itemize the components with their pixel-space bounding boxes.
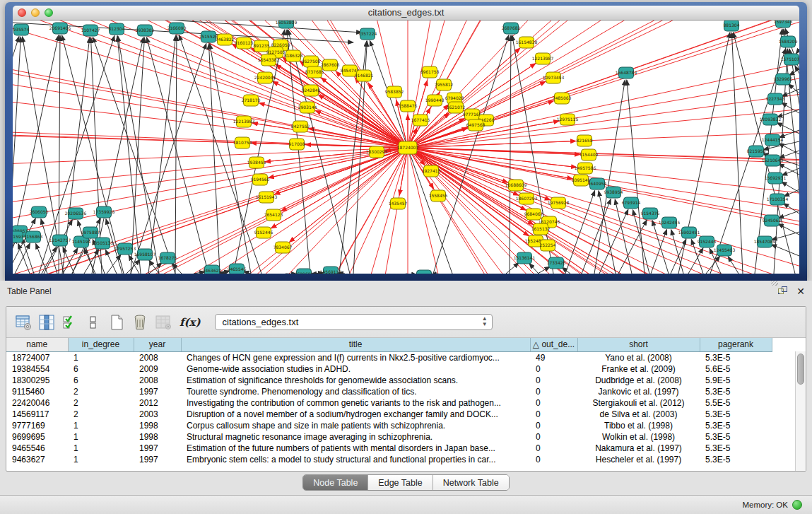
table-cell[interactable]: 5.3E-5 xyxy=(700,420,772,431)
table-cell[interactable]: 14569117 xyxy=(6,409,68,420)
table-cell[interactable]: 5.3E-5 xyxy=(700,431,772,443)
table-cell[interactable]: 9115460 xyxy=(6,386,68,397)
window-titlebar[interactable]: citations_edges.txt xyxy=(13,6,799,21)
table-cell[interactable]: 2009 xyxy=(134,363,181,375)
table-cell[interactable]: 1 xyxy=(68,454,134,465)
column-header-in_degree[interactable]: in_degree xyxy=(68,338,134,351)
row-selection-icon[interactable] xyxy=(60,313,80,332)
table-cell[interactable]: 5.6E-5 xyxy=(700,363,772,375)
table-cell[interactable]: 0 xyxy=(530,443,577,454)
close-window-button[interactable] xyxy=(18,8,26,17)
table-cell[interactable]: 5.3E-5 xyxy=(700,443,772,454)
column-header-pagerank[interactable]: pagerank xyxy=(700,338,772,351)
table-cell[interactable]: 1 xyxy=(68,351,134,363)
row-height-icon[interactable] xyxy=(83,313,103,332)
tab-edge-table[interactable]: Edge Table xyxy=(368,475,433,490)
table-cell[interactable]: Stergiakouli et al. (2012) xyxy=(577,397,700,409)
table-cell[interactable]: Yano et al. (2008) xyxy=(577,351,700,363)
table-cell[interactable]: 2 xyxy=(68,409,134,420)
table-cell[interactable]: Disruption of a novel member of a sodium… xyxy=(181,409,530,420)
table-cell[interactable]: 2008 xyxy=(134,375,181,386)
table-cell[interactable]: Nakamura et al. (1997) xyxy=(577,443,700,454)
table-cell[interactable]: Genome-wide association studies in ADHD. xyxy=(181,363,530,375)
table-row[interactable]: 1830029562008Estimation of significance … xyxy=(6,375,772,386)
table-cell[interactable]: 5.9E-5 xyxy=(700,375,772,386)
table-row[interactable]: 1938455462009Genome-wide association stu… xyxy=(6,363,772,375)
memory-status-indicator[interactable] xyxy=(792,500,802,510)
float-panel-icon[interactable] xyxy=(777,285,788,298)
table-cell[interactable]: 1997 xyxy=(134,443,181,454)
table-cell[interactable]: 9699695 xyxy=(6,431,68,443)
function-builder-icon[interactable]: f(x) xyxy=(180,316,201,329)
table-row[interactable]: 1872400712008Changes of HCN gene express… xyxy=(6,351,772,363)
table-cell[interactable]: 5.5E-5 xyxy=(700,397,772,409)
table-cell[interactable]: 9777169 xyxy=(6,420,68,431)
table-row[interactable]: 2242004622012Investigating the contribut… xyxy=(6,397,772,409)
column-visibility-icon[interactable] xyxy=(37,313,57,332)
table-cell[interactable]: 0 xyxy=(530,375,577,386)
table-row[interactable]: 969969511998Structural magnetic resonanc… xyxy=(6,431,772,443)
tab-node-table[interactable]: Node Table xyxy=(303,475,368,490)
table-cell[interactable]: 1 xyxy=(68,443,134,454)
table-cell[interactable]: Corpus callosum shape and size in male p… xyxy=(181,420,530,431)
table-cell[interactable]: 1997 xyxy=(134,386,181,397)
table-cell[interactable]: Tourette syndrome. Phenomenology and cla… xyxy=(181,386,530,397)
table-cell[interactable]: 6 xyxy=(68,363,134,375)
table-cell[interactable]: 6 xyxy=(68,375,134,386)
table-cell[interactable]: 2012 xyxy=(134,397,181,409)
table-cell[interactable]: 2008 xyxy=(134,351,181,363)
zoom-window-button[interactable] xyxy=(45,8,53,17)
table-cell[interactable]: Tibbo et al. (1998) xyxy=(577,420,700,431)
table-cell[interactable]: Estimation of significance thresholds fo… xyxy=(181,375,530,386)
close-panel-icon[interactable]: ✕ xyxy=(796,286,805,296)
table-vertical-scrollbar[interactable] xyxy=(795,351,806,472)
column-header-year[interactable]: year xyxy=(134,338,181,351)
import-table-disabled-icon[interactable] xyxy=(153,313,173,332)
table-cell[interactable]: 0 xyxy=(530,420,577,431)
table-cell[interactable]: Wolkin et al. (1998) xyxy=(577,431,700,443)
table-cell[interactable]: Embryonic stem cells: a model to study s… xyxy=(181,454,530,465)
table-cell[interactable]: 1998 xyxy=(134,431,181,443)
table-cell[interactable]: 1 xyxy=(68,431,134,443)
delete-table-trash-icon[interactable] xyxy=(130,313,150,332)
column-header-short[interactable]: short xyxy=(577,338,700,351)
table-cell[interactable]: Structural magnetic resonance image aver… xyxy=(181,431,530,443)
table-cell[interactable]: 1 xyxy=(68,420,134,431)
network-graph[interactable]: 9355742069140611074278123049938302216609… xyxy=(13,21,799,274)
network-canvas[interactable]: 9355742069140611074278123049938302216609… xyxy=(13,21,799,274)
table-mode-icon[interactable] xyxy=(13,313,33,332)
table-cell[interactable]: Hescheler et al. (1997) xyxy=(577,454,700,465)
column-header-out_de[interactable]: △ out_de... xyxy=(530,338,577,351)
table-cell[interactable]: 0 xyxy=(530,386,577,397)
table-row[interactable]: 1456911722003Disruption of a novel membe… xyxy=(6,409,772,420)
table-cell[interactable]: Jankovic et al. (1997) xyxy=(577,386,700,397)
column-header-name[interactable]: name xyxy=(6,338,68,351)
table-cell[interactable]: 0 xyxy=(530,397,577,409)
scrollbar-thumb[interactable] xyxy=(797,354,804,385)
table-cell[interactable]: Dudbridge et al. (2008) xyxy=(577,375,700,386)
minimize-window-button[interactable] xyxy=(31,8,40,17)
table-cell[interactable]: 9463627 xyxy=(6,454,68,465)
table-row[interactable]: 911546021997Tourette syndrome. Phenomeno… xyxy=(6,386,772,397)
table-cell[interactable]: Changes of HCN gene expression and I(f) … xyxy=(181,351,530,363)
table-cell[interactable]: 22420046 xyxy=(6,397,68,409)
column-header-title[interactable]: title xyxy=(181,338,530,351)
table-cell[interactable]: 19384554 xyxy=(6,363,68,375)
tab-network-table[interactable]: Network Table xyxy=(433,475,509,490)
table-cell[interactable]: 0 xyxy=(530,363,577,375)
table-cell[interactable]: 2 xyxy=(68,386,134,397)
new-table-icon[interactable] xyxy=(107,313,126,332)
table-cell[interactable]: 0 xyxy=(530,431,577,443)
table-row[interactable]: 946554611997Estimation of the future num… xyxy=(6,443,772,454)
table-cell[interactable]: 5.3E-5 xyxy=(700,409,772,420)
table-cell[interactable]: 5.3E-5 xyxy=(700,351,772,363)
table-cell[interactable]: 1997 xyxy=(134,454,181,465)
table-cell[interactable]: 18724007 xyxy=(6,351,68,363)
table-row[interactable]: 977716911998Corpus callosum shape and si… xyxy=(6,420,772,431)
table-cell[interactable]: Franke et al. (2009) xyxy=(577,363,700,375)
table-cell[interactable]: Estimation of the future numbers of pati… xyxy=(181,443,530,454)
table-cell[interactable]: 1998 xyxy=(134,420,181,431)
table-cell[interactable]: 5.3E-5 xyxy=(700,386,772,397)
table-cell[interactable]: 2003 xyxy=(134,409,181,420)
table-cell[interactable]: de Silva et al. (2003) xyxy=(577,409,700,420)
